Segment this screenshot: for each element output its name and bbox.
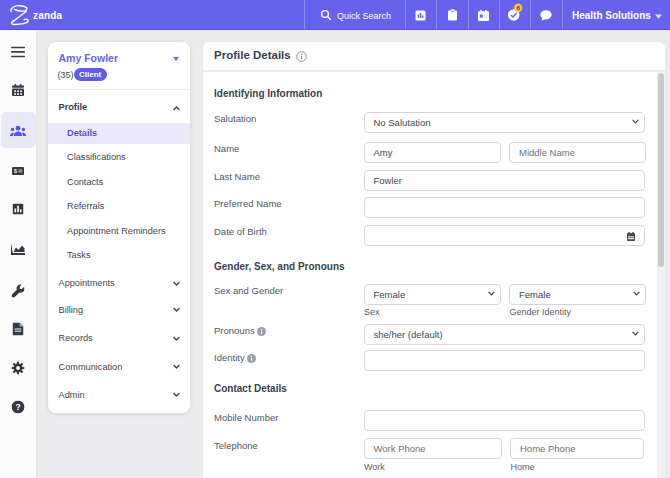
svg-text:?: ? <box>15 402 20 412</box>
